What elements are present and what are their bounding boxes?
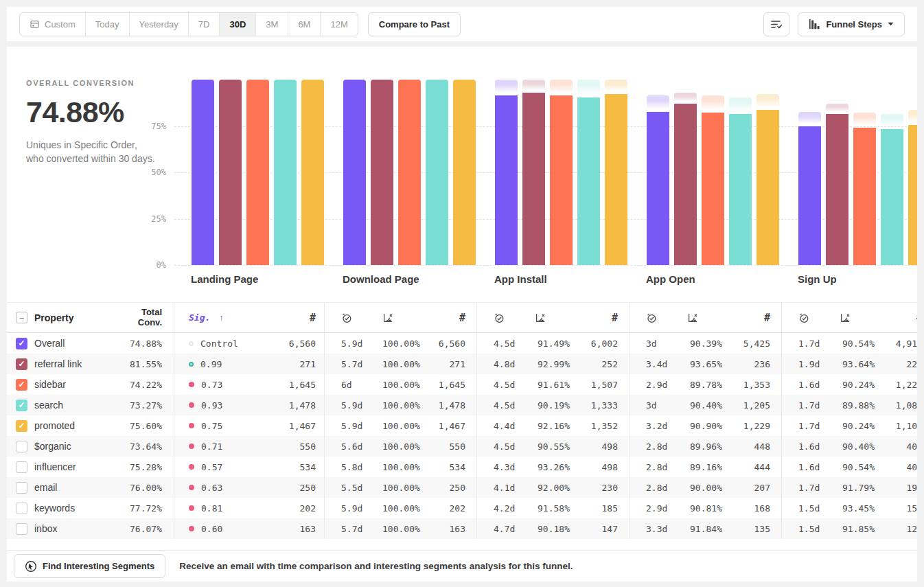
date-range-12m[interactable]: 12M: [320, 13, 357, 36]
funnel-bar[interactable]: [577, 97, 600, 265]
funnel-bar[interactable]: [274, 80, 297, 265]
funnel-bar[interactable]: [756, 110, 779, 265]
funnel-bar[interactable]: [426, 80, 448, 265]
sig-block: 0.60163: [174, 518, 324, 539]
funnel-bar[interactable]: [453, 80, 476, 265]
funnel-bar[interactable]: [343, 80, 366, 265]
conversion-rate-value: 90.54%: [840, 462, 875, 472]
date-range-today[interactable]: Today: [85, 13, 129, 36]
row-checkbox[interactable]: [16, 441, 27, 452]
funnel-bar-ghost: [605, 80, 627, 94]
funnel-bar[interactable]: [495, 95, 518, 265]
time-to-convert-column-header[interactable]: [782, 312, 840, 323]
funnel-bar[interactable]: [702, 113, 724, 265]
sig-dot-icon: [189, 505, 194, 511]
table-header-row: – Property Total Conv. Sig.↑ # ####: [7, 302, 917, 333]
footer-bar: Find Interesting Segments Receive an ema…: [7, 550, 917, 582]
select-all-checkbox[interactable]: –: [16, 312, 27, 323]
row-checkbox[interactable]: ✓: [16, 338, 27, 349]
conversion-rate-value: 90.39%: [687, 338, 722, 349]
funnel-bar[interactable]: [826, 114, 848, 265]
total-conv-column-header[interactable]: Total Conv.: [117, 308, 174, 328]
time-to-convert-value: 3d: [630, 338, 687, 349]
funnel-bar[interactable]: [605, 94, 627, 265]
date-range-yesterday[interactable]: Yesterday: [129, 13, 188, 36]
funnel-bar[interactable]: [881, 129, 903, 265]
property-name: search: [34, 400, 117, 411]
time-to-convert-value: 2.9d: [630, 380, 687, 390]
funnel-bar-ghost: [522, 80, 545, 93]
time-to-convert-value: 5.5d: [325, 483, 382, 493]
step-count-column-header[interactable]: #: [570, 312, 629, 324]
conversion-rate-value: 91.79%: [840, 483, 875, 493]
date-range-30d[interactable]: 30D: [219, 13, 255, 36]
row-checkbox[interactable]: ✓: [16, 420, 27, 432]
count-icon: #: [612, 312, 618, 324]
compare-to-past-button[interactable]: Compare to Past: [368, 12, 461, 36]
row-checkbox[interactable]: [16, 482, 27, 494]
funnel-step-label: App Install: [494, 273, 547, 285]
property-column-header[interactable]: Property: [34, 312, 117, 323]
step-count-value: 163: [417, 524, 476, 534]
row-checkbox[interactable]: ✓: [16, 400, 27, 411]
funnel-bar[interactable]: [674, 104, 697, 265]
y-axis-tick-label: 0%: [136, 260, 166, 270]
step-count-value: 550: [417, 441, 476, 452]
find-interesting-segments-button[interactable]: Find Interesting Segments: [14, 554, 165, 578]
funnel-bar[interactable]: [192, 80, 214, 265]
funnel-bar[interactable]: [301, 80, 324, 265]
row-checkbox[interactable]: [16, 523, 27, 535]
time-to-convert-column-header[interactable]: [325, 312, 382, 323]
step-count-value: 1,109: [875, 421, 917, 431]
step-count-column-header[interactable]: #: [722, 312, 781, 324]
step-count-column-header[interactable]: #: [417, 312, 476, 324]
total-conversion-value: 73.27%: [117, 400, 174, 411]
funnel-bar[interactable]: [729, 114, 752, 265]
conversion-rate-column-header[interactable]: [840, 312, 875, 323]
funnel-steps-dropdown[interactable]: Funnel Steps: [798, 12, 905, 36]
entries-count-column-header[interactable]: #: [259, 312, 324, 324]
funnel-bar[interactable]: [398, 80, 421, 265]
conversion-rate-value: 91.58%: [535, 503, 570, 514]
funnel-bar[interactable]: [647, 112, 669, 265]
entries-count: 250: [259, 483, 324, 493]
entries-count: 271: [259, 359, 324, 369]
row-checkbox[interactable]: [16, 461, 27, 473]
conversion-rate-column-header[interactable]: [382, 312, 417, 323]
sig-label: 0.81: [201, 503, 222, 514]
conversion-rate-column-header[interactable]: [535, 312, 570, 323]
sig-column-header[interactable]: Sig.↑: [174, 312, 259, 323]
funnel-bar[interactable]: [522, 93, 545, 265]
conversion-rate-value: 90.40%: [687, 400, 722, 411]
date-range-custom[interactable]: Custom: [20, 13, 85, 36]
row-checkbox[interactable]: [16, 503, 27, 514]
header-checkbox-cell: –: [7, 312, 34, 323]
funnel-bar[interactable]: [853, 128, 876, 265]
step-count-value: 124: [875, 524, 917, 534]
time-to-convert-icon: [798, 312, 840, 323]
date-range-6m[interactable]: 6M: [288, 13, 320, 36]
total-conversion-value: 76.07%: [117, 524, 174, 534]
row-checkbox[interactable]: ✓: [16, 379, 27, 391]
funnel-bar[interactable]: [246, 80, 269, 265]
funnel-bar[interactable]: [550, 95, 573, 265]
step-count-value: 168: [722, 503, 781, 514]
funnel-bar[interactable]: [908, 125, 917, 265]
date-range-3m[interactable]: 3M: [255, 13, 288, 36]
conversion-rate-value: 93.26%: [535, 462, 570, 472]
step-count-value: 252: [570, 359, 629, 369]
step-block: 4.5d91.49%6,002: [476, 333, 629, 354]
row-checkbox[interactable]: ✓: [16, 358, 27, 370]
date-range-7d[interactable]: 7D: [188, 13, 220, 36]
funnel-bar-ghost: [826, 104, 848, 114]
time-to-convert-column-header[interactable]: [477, 312, 535, 323]
conversion-rate-column-header[interactable]: [687, 312, 722, 323]
filter-list-button[interactable]: [763, 12, 789, 36]
funnel-bar-ghost: [577, 80, 600, 97]
funnel-bar[interactable]: [798, 126, 821, 265]
time-to-convert-column-header[interactable]: [630, 312, 687, 323]
funnel-bar[interactable]: [371, 80, 393, 265]
funnel-bar[interactable]: [219, 80, 242, 265]
step-count-column-header[interactable]: #: [875, 312, 917, 324]
step-block-header: #: [324, 303, 476, 332]
